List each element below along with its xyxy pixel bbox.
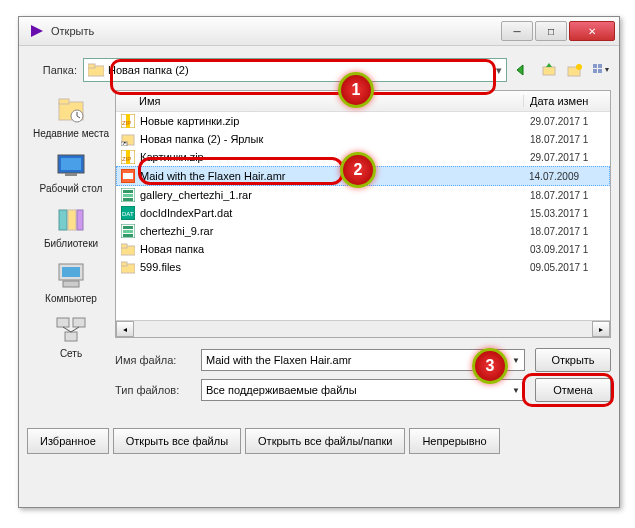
- file-list: Имя Дата измен ZIPНовые картинки.zip29.0…: [115, 90, 611, 338]
- file-name: Maid with the Flaxen Hair.amr: [140, 170, 529, 182]
- svg-point-7: [576, 64, 582, 70]
- svg-rect-26: [73, 318, 85, 327]
- sidebar-libraries[interactable]: Библиотеки: [29, 202, 113, 251]
- svg-rect-8: [593, 64, 597, 68]
- svg-rect-46: [123, 226, 133, 229]
- svg-rect-9: [598, 64, 602, 68]
- sidebar-computer[interactable]: Компьютер: [29, 257, 113, 306]
- sidebar-item-label: Компьютер: [45, 293, 97, 304]
- svg-marker-12: [605, 68, 609, 72]
- svg-rect-38: [123, 173, 133, 179]
- file-date: 29.07.2017 1: [530, 152, 610, 163]
- open-all-files-button[interactable]: Открыть все файлы: [113, 428, 241, 454]
- desktop-icon: [55, 149, 87, 181]
- minimize-button[interactable]: ─: [501, 21, 533, 41]
- file-date: 18.07.2017 1: [530, 134, 610, 145]
- scroll-left-button[interactable]: ◂: [116, 321, 134, 337]
- sidebar-item-label: Библиотеки: [44, 238, 98, 249]
- titlebar: Открыть ─ □ ✕: [19, 17, 619, 46]
- svg-rect-4: [543, 67, 555, 75]
- open-button[interactable]: Открыть: [535, 348, 611, 372]
- file-name: Новые картинки.zip: [140, 115, 530, 127]
- svg-text:DAT: DAT: [122, 211, 134, 217]
- svg-text:↗: ↗: [122, 140, 126, 146]
- cancel-button[interactable]: Отмена: [535, 378, 611, 402]
- libraries-icon: [55, 204, 87, 236]
- app-icon: [29, 23, 45, 39]
- callout-2: 2: [340, 152, 376, 188]
- file-name: chertezhi_9.rar: [140, 225, 530, 237]
- sidebar-desktop[interactable]: Рабочий стол: [29, 147, 113, 196]
- file-row[interactable]: Новая папка03.09.2017 1: [116, 240, 610, 258]
- bottom-toolbar: Избранное Открыть все файлы Открыть все …: [27, 422, 611, 454]
- file-icon: DAT: [120, 205, 136, 221]
- svg-marker-0: [31, 25, 43, 37]
- maximize-button[interactable]: □: [535, 21, 567, 41]
- open-all-folders-button[interactable]: Открыть все файлы/папки: [245, 428, 405, 454]
- svg-rect-21: [77, 210, 83, 230]
- file-date: 29.07.2017 1: [530, 116, 610, 127]
- svg-marker-3: [517, 65, 523, 75]
- back-button[interactable]: [513, 60, 533, 80]
- file-name: docIdIndexPart.dat: [140, 207, 530, 219]
- continuous-button[interactable]: Непрерывно: [409, 428, 499, 454]
- file-row[interactable]: DATdocIdIndexPart.dat15.03.2017 1: [116, 204, 610, 222]
- folder-name: Новая папка (2): [108, 64, 189, 76]
- sidebar-item-label: Недавние места: [33, 128, 109, 139]
- file-icon: ZIP: [120, 113, 136, 129]
- file-row[interactable]: 599.files09.05.2017 1: [116, 258, 610, 276]
- column-name[interactable]: Имя: [133, 95, 524, 107]
- svg-rect-41: [123, 194, 133, 197]
- file-name: gallery_chertezhi_1.rar: [140, 189, 530, 201]
- folder-row: Папка: Новая папка (2) ▾: [27, 52, 611, 88]
- callout-3: 3: [472, 348, 508, 384]
- svg-rect-52: [121, 262, 127, 266]
- view-menu-button[interactable]: [591, 60, 611, 80]
- horizontal-scrollbar[interactable]: ◂ ▸: [116, 320, 610, 337]
- chevron-down-icon: ▼: [512, 386, 520, 395]
- svg-rect-17: [61, 158, 81, 170]
- file-row[interactable]: ZIPНовые картинки.zip29.07.2017 1: [116, 112, 610, 130]
- file-row[interactable]: gallery_chertezhi_1.rar18.07.2017 1: [116, 186, 610, 204]
- file-row[interactable]: ↗Новая папка (2) - Ярлык18.07.2017 1: [116, 130, 610, 148]
- file-name: Новая папка: [140, 243, 530, 255]
- svg-marker-5: [546, 63, 552, 67]
- file-date: 18.07.2017 1: [530, 226, 610, 237]
- sidebar-recent[interactable]: Недавние места: [29, 92, 113, 141]
- folder-label: Папка:: [27, 64, 77, 76]
- file-date: 18.07.2017 1: [530, 190, 610, 201]
- file-date: 14.07.2009: [529, 171, 609, 182]
- column-date[interactable]: Дата измен: [524, 95, 610, 107]
- favorites-button[interactable]: Избранное: [27, 428, 109, 454]
- svg-rect-14: [59, 99, 69, 104]
- chevron-down-icon: ▾: [496, 64, 502, 77]
- svg-rect-40: [123, 190, 133, 193]
- file-icon: [120, 241, 136, 257]
- close-button[interactable]: ✕: [569, 21, 615, 41]
- file-icon: [120, 168, 136, 184]
- svg-rect-20: [68, 210, 76, 230]
- filetype-combo[interactable]: Все поддерживаемые файлы ▼: [201, 379, 525, 401]
- computer-icon: [55, 259, 87, 291]
- folder-combo[interactable]: Новая папка (2) ▾: [83, 58, 507, 82]
- filename-value: Maid with the Flaxen Hair.amr: [206, 354, 352, 366]
- file-name: Картинки.zip: [140, 151, 530, 163]
- new-folder-button[interactable]: [565, 60, 585, 80]
- network-icon: [55, 314, 87, 346]
- svg-rect-24: [63, 281, 79, 287]
- svg-rect-18: [65, 173, 77, 176]
- callout-1: 1: [338, 72, 374, 108]
- sidebar-item-label: Рабочий стол: [40, 183, 103, 194]
- svg-rect-10: [593, 69, 597, 73]
- file-date: 03.09.2017 1: [530, 244, 610, 255]
- file-row[interactable]: chertezhi_9.rar18.07.2017 1: [116, 222, 610, 240]
- folder-icon: [88, 63, 104, 77]
- filetype-label: Тип файлов:: [115, 384, 191, 396]
- scroll-right-button[interactable]: ▸: [592, 321, 610, 337]
- places-sidebar: Недавние места Рабочий стол Библиотеки К…: [27, 90, 115, 338]
- file-icon: [120, 187, 136, 203]
- file-icon: [120, 223, 136, 239]
- file-name: 599.files: [140, 261, 530, 273]
- up-button[interactable]: [539, 60, 559, 80]
- file-date: 09.05.2017 1: [530, 262, 610, 273]
